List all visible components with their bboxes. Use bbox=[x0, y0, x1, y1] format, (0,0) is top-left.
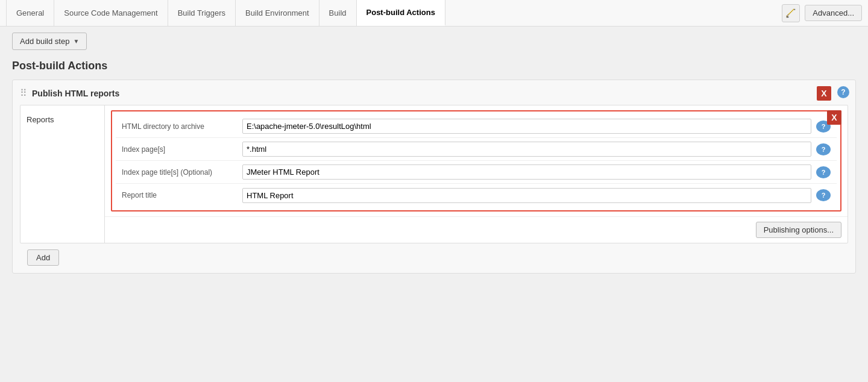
plugin-title-bar: ⠿ Publish HTML reports bbox=[20, 87, 848, 99]
form-row-html-dir: HTML directory to archive ? bbox=[116, 115, 837, 138]
add-build-step-button[interactable]: Add build step ▼ bbox=[12, 33, 87, 50]
report-title-input[interactable] bbox=[242, 188, 811, 203]
help-icon-index-page-titles[interactable]: ? bbox=[816, 166, 831, 178]
index-pages-input[interactable] bbox=[242, 142, 811, 157]
remove-report-button[interactable]: X bbox=[827, 110, 841, 125]
add-button[interactable]: Add bbox=[27, 249, 59, 266]
svg-rect-4 bbox=[791, 11, 792, 12]
svg-rect-3 bbox=[790, 12, 791, 13]
tab-scm[interactable]: Source Code Management bbox=[54, 0, 168, 26]
nav-tabs: General Source Code Management Build Tri… bbox=[6, 0, 782, 26]
form-row-index-pages: Index page[s] ? bbox=[116, 138, 837, 161]
edit-icon-button[interactable] bbox=[782, 4, 800, 22]
tab-build-environment[interactable]: Build Environment bbox=[236, 0, 319, 26]
svg-rect-7 bbox=[794, 8, 796, 10]
help-icon-report-title[interactable]: ? bbox=[816, 189, 831, 201]
reports-label: Reports bbox=[20, 105, 105, 243]
section-title: Post-build Actions bbox=[12, 60, 856, 72]
index-page-titles-label: Index page title[s] (Optional) bbox=[122, 168, 242, 177]
svg-rect-8 bbox=[787, 16, 789, 17]
tab-build-triggers[interactable]: Build Triggers bbox=[168, 0, 236, 26]
svg-rect-5 bbox=[792, 10, 793, 11]
form-row-index-page-titles: Index page title[s] (Optional) ? bbox=[116, 161, 837, 184]
plugin-title: Publish HTML reports bbox=[32, 89, 119, 98]
report-title-label: Report title bbox=[122, 191, 242, 199]
postbuild-actions-box: X ? ⠿ Publish HTML reports Reports X HTM… bbox=[12, 80, 856, 274]
tab-build[interactable]: Build bbox=[319, 0, 357, 26]
publishing-options-row: Publishing options... bbox=[105, 216, 848, 243]
main-content: Add build step ▼ Post-build Actions X ? … bbox=[0, 27, 868, 286]
html-dir-input[interactable] bbox=[242, 119, 811, 134]
reports-content: X HTML directory to archive ? Index page… bbox=[105, 105, 848, 243]
advanced-button[interactable]: Advanced... bbox=[805, 5, 862, 21]
tab-general[interactable]: General bbox=[6, 0, 54, 26]
svg-rect-1 bbox=[788, 14, 789, 15]
top-navigation: General Source Code Management Build Tri… bbox=[0, 0, 868, 27]
svg-rect-6 bbox=[793, 8, 794, 10]
drag-handle-icon[interactable]: ⠿ bbox=[20, 87, 27, 99]
index-pages-label: Index page[s] bbox=[122, 145, 242, 154]
publishing-options-button[interactable]: Publishing options... bbox=[756, 222, 841, 238]
remove-postbuild-button[interactable]: X bbox=[817, 86, 831, 101]
html-dir-label: HTML directory to archive bbox=[122, 122, 242, 131]
svg-rect-2 bbox=[789, 13, 790, 14]
help-icon-outer[interactable]: ? bbox=[837, 86, 849, 98]
tab-post-build[interactable]: Post-build Actions bbox=[357, 0, 445, 26]
form-row-report-title: Report title ? bbox=[116, 184, 837, 207]
add-build-step-label: Add build step bbox=[20, 37, 69, 46]
reports-section: Reports X HTML directory to archive ? In… bbox=[20, 105, 848, 243]
dropdown-arrow-icon: ▼ bbox=[73, 38, 79, 45]
index-page-titles-input[interactable] bbox=[242, 164, 811, 180]
nav-actions: Advanced... bbox=[782, 4, 862, 22]
help-icon-index-pages[interactable]: ? bbox=[816, 143, 831, 155]
highlighted-fields-box: HTML directory to archive ? Index page[s… bbox=[111, 110, 841, 211]
